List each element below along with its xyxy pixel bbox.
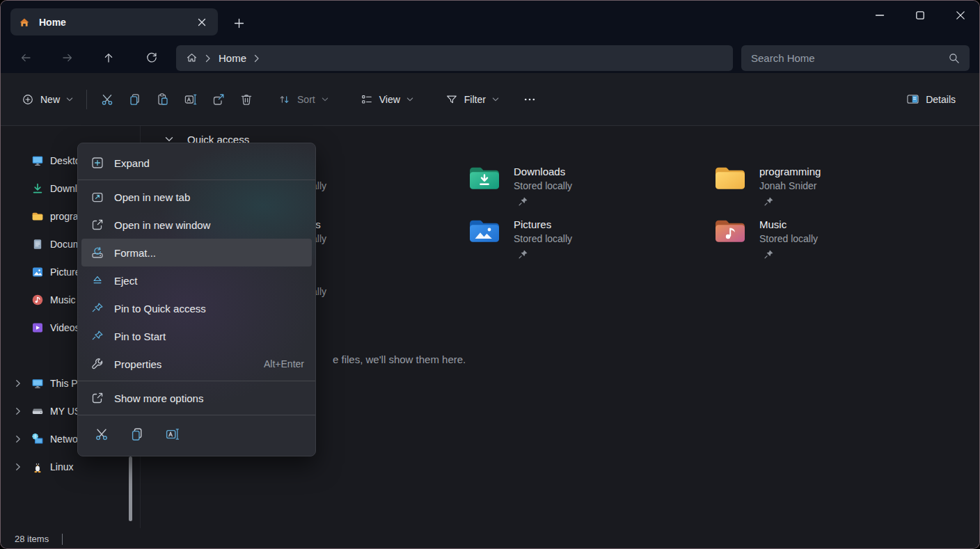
- tile-pictures[interactable]: Pictures Stored locally: [468, 217, 572, 260]
- rename-icon: [165, 427, 180, 442]
- desktop-icon: [31, 154, 44, 167]
- command-bar: New Sort View: [1, 73, 980, 126]
- tile-name: programming: [759, 165, 821, 179]
- view-icon: [361, 93, 373, 106]
- downloads-icon: [31, 182, 44, 195]
- forward-button[interactable]: [56, 47, 79, 69]
- search-input[interactable]: Search Home: [741, 45, 970, 71]
- menu-item-label: Pin to Quick access: [114, 303, 304, 315]
- sidebar-scrollbar-thumb[interactable]: [129, 456, 132, 521]
- tile-name: Music: [759, 218, 818, 232]
- menu-separator: [78, 415, 315, 415]
- menu-item-pin-to-quick-access[interactable]: Pin to Quick access: [78, 294, 315, 322]
- rename-button[interactable]: [177, 86, 205, 113]
- folder-icon: [714, 164, 746, 192]
- menu-item-open-in-new-window[interactable]: Open in new window: [78, 211, 315, 239]
- chevron-down-icon[interactable]: [165, 136, 173, 143]
- chevron-down-icon: [406, 97, 413, 102]
- share-button[interactable]: [205, 86, 232, 113]
- minimize-icon: [875, 10, 885, 20]
- tab-title: Home: [39, 17, 193, 28]
- ellipsis-icon: [523, 93, 537, 106]
- refresh-button[interactable]: [140, 47, 164, 69]
- tab-close-button[interactable]: [193, 13, 211, 31]
- close-window-button[interactable]: [940, 1, 980, 30]
- pin-icon: [90, 329, 104, 343]
- status-bar: 28 items: [1, 528, 980, 549]
- more-options-button[interactable]: [516, 86, 544, 113]
- filter-icon: [445, 93, 458, 106]
- new-tab-button[interactable]: [229, 13, 248, 33]
- sidebar-item-label: Videos: [50, 322, 80, 333]
- menu-item-pin-to-start[interactable]: Pin to Start: [78, 322, 315, 350]
- up-arrow-icon: [102, 51, 115, 64]
- minimize-button[interactable]: [860, 1, 900, 30]
- sort-button-label: Sort: [297, 94, 315, 105]
- menu-item-properties[interactable]: Properties Alt+Enter: [78, 350, 315, 378]
- share-icon: [212, 93, 226, 106]
- sort-icon: [278, 93, 291, 106]
- copy-button[interactable]: [125, 422, 150, 447]
- folder-music-icon: [714, 217, 746, 245]
- chevron-right-icon[interactable]: [15, 407, 22, 415]
- details-button[interactable]: Details: [899, 86, 963, 113]
- home-tab-icon: [19, 17, 30, 28]
- up-button[interactable]: [97, 47, 120, 69]
- sidebar-item-linux[interactable]: Linux: [1, 453, 139, 481]
- breadcrumb-chevron-icon: [205, 54, 212, 63]
- sort-button[interactable]: Sort: [271, 86, 335, 113]
- chevron-right-icon[interactable]: [15, 463, 22, 471]
- menu-item-label: Expand: [114, 157, 304, 169]
- breadcrumb-home-icon: [186, 52, 198, 64]
- folder-downloads-icon: [468, 164, 500, 192]
- tab-home[interactable]: Home: [10, 8, 218, 35]
- chevron-right-icon[interactable]: [15, 435, 22, 443]
- tile-downloads[interactable]: Downloads Stored locally: [468, 164, 572, 207]
- cut-button[interactable]: [89, 422, 114, 447]
- menu-item-open-in-new-tab[interactable]: Open in new tab: [78, 183, 315, 211]
- search-placeholder: Search Home: [751, 52, 948, 64]
- menu-item-label: Format...: [114, 247, 304, 259]
- view-button[interactable]: View: [354, 86, 420, 113]
- breadcrumb[interactable]: Home: [176, 45, 733, 71]
- chevron-right-icon[interactable]: [15, 379, 22, 388]
- maximize-button[interactable]: [900, 1, 940, 30]
- delete-button[interactable]: [232, 86, 260, 113]
- format-drive-icon: [90, 246, 104, 260]
- tile-subtitle: Stored locally: [514, 232, 572, 246]
- tile-music[interactable]: Music Stored locally: [714, 217, 818, 260]
- pin-icon: [764, 249, 818, 260]
- filter-button-label: Filter: [464, 94, 486, 105]
- details-pane-icon: [906, 93, 919, 106]
- new-button[interactable]: New: [15, 86, 80, 113]
- breadcrumb-item-home[interactable]: Home: [219, 52, 246, 64]
- eject-icon: [90, 273, 104, 287]
- menu-item-show-more-options[interactable]: Show more options: [78, 384, 315, 412]
- search-icon[interactable]: [948, 52, 960, 64]
- pin-icon: [518, 196, 572, 207]
- paste-button[interactable]: [149, 86, 177, 113]
- filter-button[interactable]: Filter: [438, 86, 506, 113]
- chevron-down-icon: [322, 97, 329, 102]
- copy-button[interactable]: [121, 86, 149, 113]
- menu-item-format[interactable]: Format...: [81, 239, 312, 266]
- tile-subtitle: Stored locally: [759, 232, 818, 246]
- plus-icon: [234, 18, 244, 29]
- menu-item-label: Open in new window: [114, 219, 304, 231]
- rename-button[interactable]: [160, 422, 185, 447]
- menu-separator: [78, 180, 315, 180]
- menu-item-label: Eject: [114, 275, 304, 287]
- menu-item-label: Show more options: [114, 392, 304, 404]
- trash-icon: [239, 93, 253, 106]
- pictures-icon: [31, 266, 44, 278]
- copy-icon: [129, 427, 145, 442]
- menu-item-eject[interactable]: Eject: [78, 266, 315, 294]
- context-menu: Expand Open in new tab Open in new windo…: [77, 143, 316, 456]
- cut-icon: [94, 427, 109, 442]
- menu-item-expand[interactable]: Expand: [78, 149, 315, 177]
- tile-programming[interactable]: programming Jonah Snider: [714, 164, 821, 207]
- back-button[interactable]: [14, 47, 38, 69]
- breadcrumb-chevron-icon: [253, 54, 260, 63]
- cut-button[interactable]: [93, 86, 121, 113]
- tile-subtitle: Stored locally: [514, 179, 572, 193]
